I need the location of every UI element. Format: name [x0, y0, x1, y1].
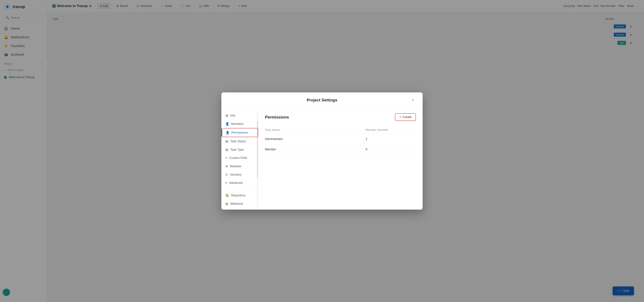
members-nav-icon: 👤 [226, 122, 229, 126]
versions-nav-icon: ⊙ [226, 173, 228, 176]
nav-item-label: Versions [230, 173, 242, 176]
dialog-nav-item-members[interactable]: 👤 Members [221, 120, 258, 128]
dialog-nav: ▤ Info 👤 Members 👤 Permissions ▤ Task St… [221, 108, 258, 210]
table-header-row: Role Name Member Number [265, 126, 416, 134]
nav-item-label: Webhook [230, 202, 243, 206]
task-type-nav-icon: ▤ [226, 148, 228, 151]
dialog-nav-item-webhook[interactable]: ▤ Webhook [221, 200, 258, 208]
col-role-name-header: Role Name [265, 128, 366, 132]
dialog-nav-item-permissions[interactable]: 👤 Permissions [221, 128, 258, 137]
dialog-nav-item-modules[interactable]: ⊕ Modules [221, 162, 258, 170]
create-button-label: Create [402, 115, 412, 119]
dialog-nav-item-advanced[interactable]: ≡ Advanced [221, 179, 258, 187]
role-name-member: Member [265, 148, 366, 151]
dialog-nav-item-repository[interactable]: 🏠 Repository [221, 191, 258, 200]
dialog-nav-item-task-status[interactable]: ▤ Task Status [221, 137, 258, 146]
nav-item-label: Task Status [230, 140, 246, 143]
nav-item-label: Info [230, 114, 235, 117]
dialog-nav-item-custom-field[interactable]: ≡ Custom Field [221, 154, 258, 162]
permissions-section-title: Permissions [265, 115, 289, 120]
dialog-nav-item-versions[interactable]: ⊙ Versions [221, 170, 258, 179]
dialog-nav-item-task-type[interactable]: ▤ Task Type [221, 146, 258, 154]
nav-item-label: Custom Field [229, 156, 247, 160]
dialog-body: ▤ Info 👤 Members 👤 Permissions ▤ Task St… [221, 108, 422, 210]
close-icon: × [412, 98, 414, 102]
nav-item-label: Permissions [232, 131, 248, 135]
webhook-nav-icon: ▤ [226, 202, 228, 206]
repository-nav-icon: 🏠 [226, 193, 229, 197]
modal-overlay[interactable]: Project Settings × ▤ Info 👤 [0, 0, 644, 302]
nav-item-label: Task Type [230, 148, 244, 151]
role-name-administrator: Administrator [265, 137, 366, 141]
modules-nav-icon: ⊕ [226, 164, 228, 168]
project-settings-dialog: Project Settings × ▤ Info 👤 [221, 92, 422, 210]
permissions-nav-icon: 👤 [226, 131, 230, 135]
nav-item-label: Repository [231, 194, 246, 197]
dialog-close-button[interactable]: × [410, 97, 416, 103]
col-member-number-header: Member Number [366, 128, 416, 132]
table-row-administrator: Administrator 1 [265, 134, 416, 144]
dialog-content-permissions: Permissions + Create Role Name Member Nu… [258, 108, 422, 210]
info-nav-icon: ▤ [226, 114, 228, 117]
nav-divider [226, 189, 254, 189]
dialog-title: Project Settings [307, 98, 338, 102]
plus-icon: + [399, 115, 401, 119]
table-row-member: Member 0 [265, 144, 416, 155]
nav-item-label: Members [231, 122, 244, 126]
dialog-nav-item-info[interactable]: ▤ Info [221, 111, 258, 120]
dialog-header: Project Settings × [221, 92, 422, 108]
custom-field-nav-icon: ≡ [226, 156, 227, 160]
create-role-button[interactable]: + Create [395, 113, 416, 121]
member-count-member: 0 [366, 148, 416, 151]
member-count-administrator: 1 [366, 137, 416, 141]
task-status-nav-icon: ▤ [226, 140, 228, 143]
nav-item-label: Advanced [229, 181, 243, 185]
permissions-header: Permissions + Create [265, 113, 416, 121]
advanced-nav-icon: ≡ [226, 181, 227, 185]
nav-item-label: Modules [230, 164, 241, 168]
permissions-table: Role Name Member Number Administrator 1 … [265, 126, 416, 155]
